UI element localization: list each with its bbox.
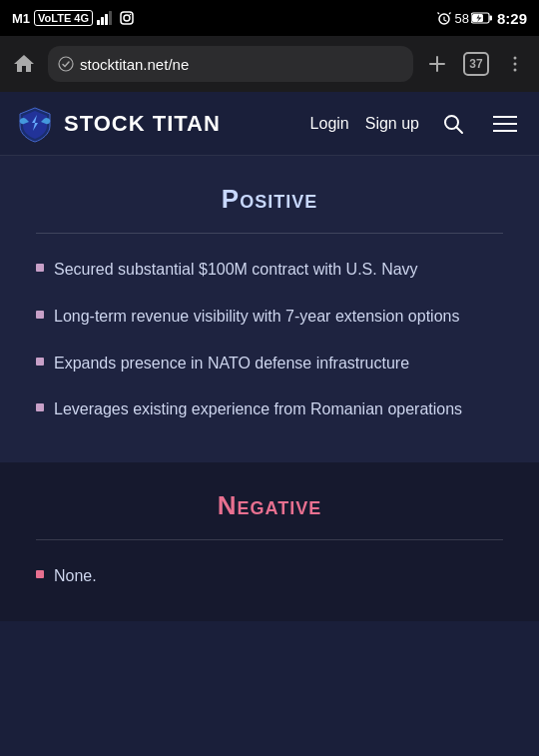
search-button[interactable] xyxy=(435,106,471,142)
bullet-text: Long-term revenue visibility with 7-year… xyxy=(54,305,459,330)
alarm-icon xyxy=(437,11,451,25)
browser-actions: 37 xyxy=(421,48,531,80)
signal-icon xyxy=(97,11,115,25)
time-display: 8:29 xyxy=(497,10,527,27)
url-bar[interactable]: stocktitan.net/ne xyxy=(48,46,413,82)
svg-point-11 xyxy=(59,57,73,71)
bullet-text: Secured substantial $100M contract with … xyxy=(54,258,418,283)
browser-bar: stocktitan.net/ne 37 xyxy=(0,36,539,92)
battery-icon xyxy=(471,12,493,24)
bullet-icon xyxy=(36,358,44,366)
home-button[interactable] xyxy=(8,48,40,80)
carrier-name: M1 xyxy=(12,11,30,26)
svg-rect-0 xyxy=(97,20,100,25)
positive-title: Positive xyxy=(36,184,503,215)
new-tab-button[interactable] xyxy=(421,48,453,80)
positive-divider xyxy=(36,233,503,234)
logo-text: STOCK TITAN xyxy=(64,111,221,137)
positive-section: Positive Secured substantial $100M contr… xyxy=(0,156,539,462)
carrier-info: M1 VoLTE 4G xyxy=(12,10,135,26)
battery-percent: 58 xyxy=(455,11,469,26)
svg-point-12 xyxy=(514,57,517,60)
negative-section: Negative None. xyxy=(0,462,539,621)
status-right: 58 8:29 xyxy=(437,10,528,27)
svg-point-14 xyxy=(514,69,517,72)
url-text: stocktitan.net/ne xyxy=(80,56,403,73)
svg-rect-4 xyxy=(121,12,133,24)
menu-hamburger-button[interactable] xyxy=(487,106,523,142)
bullet-icon xyxy=(36,264,44,272)
header-nav: Login Sign up xyxy=(310,106,523,142)
svg-point-5 xyxy=(124,15,130,21)
bullet-text: None. xyxy=(54,564,97,589)
site-header: STOCK TITAN Login Sign up xyxy=(0,92,539,156)
bullet-icon xyxy=(36,403,44,411)
svg-rect-9 xyxy=(489,16,492,21)
tab-count-badge[interactable]: 37 xyxy=(463,52,489,76)
list-item: Secured substantial $100M contract with … xyxy=(36,258,503,283)
logo-area: STOCK TITAN xyxy=(16,105,310,143)
svg-point-13 xyxy=(514,63,517,66)
svg-rect-3 xyxy=(109,11,112,25)
svg-rect-1 xyxy=(101,17,104,25)
list-item: None. xyxy=(36,564,503,589)
bullet-text: Leverages existing experience from Roman… xyxy=(54,397,462,422)
url-security-icon xyxy=(58,56,74,72)
negative-divider xyxy=(36,539,503,540)
list-item: Long-term revenue visibility with 7-year… xyxy=(36,305,503,330)
login-link[interactable]: Login xyxy=(310,115,349,133)
main-content: Positive Secured substantial $100M contr… xyxy=(0,156,539,621)
positive-bullet-list: Secured substantial $100M contract with … xyxy=(36,258,503,422)
instagram-icon xyxy=(119,10,135,26)
status-bar: M1 VoLTE 4G 58 xyxy=(0,0,539,36)
logo-shield-icon xyxy=(16,105,54,143)
list-item: Leverages existing experience from Roman… xyxy=(36,397,503,422)
list-item: Expands presence in NATO defense infrast… xyxy=(36,352,503,377)
bullet-icon xyxy=(36,570,44,578)
bullet-icon xyxy=(36,311,44,319)
battery-indicator: 58 xyxy=(455,11,493,26)
negative-title: Negative xyxy=(36,490,503,521)
network-type: VoLTE 4G xyxy=(34,10,93,26)
bullet-text: Expands presence in NATO defense infrast… xyxy=(54,352,409,377)
negative-bullet-list: None. xyxy=(36,564,503,589)
svg-rect-2 xyxy=(105,14,108,25)
menu-button[interactable] xyxy=(499,48,531,80)
svg-point-6 xyxy=(130,14,132,16)
signup-link[interactable]: Sign up xyxy=(365,115,419,133)
